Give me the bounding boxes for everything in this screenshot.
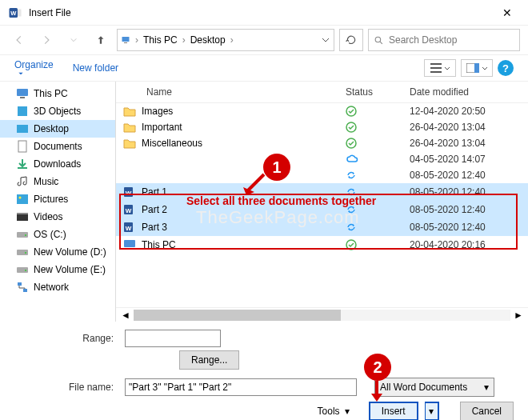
file-date: 04-05-2020 14:07 bbox=[410, 154, 522, 165]
svg-rect-8 bbox=[430, 71, 442, 73]
sidebar-item[interactable]: 3D Objects bbox=[0, 102, 115, 120]
sidebar-item[interactable]: New Volume (D:) bbox=[0, 243, 115, 261]
file-status bbox=[346, 122, 410, 133]
file-date: 26-04-2020 13:04 bbox=[410, 122, 522, 133]
svg-rect-28 bbox=[23, 289, 27, 292]
new-folder-button[interactable]: New folder bbox=[73, 62, 118, 74]
svg-rect-11 bbox=[17, 89, 28, 96]
svg-rect-38 bbox=[124, 240, 135, 247]
col-date[interactable]: Date modified bbox=[410, 86, 522, 98]
filetype-filter[interactable]: All Word Documents ▾ bbox=[374, 378, 494, 397]
col-name[interactable]: Name bbox=[122, 86, 346, 98]
file-status bbox=[346, 222, 410, 233]
file-status bbox=[346, 154, 410, 164]
sidebar-item[interactable]: Pictures bbox=[0, 190, 115, 208]
tools-menu[interactable]: Tools▾ bbox=[318, 406, 350, 417]
word-app-icon: W bbox=[8, 6, 22, 20]
sidebar-item[interactable]: New Volume (E:) bbox=[0, 261, 115, 278]
sidebar-item-label: Music bbox=[34, 176, 58, 187]
sidebar-item[interactable]: This PC bbox=[0, 85, 115, 102]
sidebar-item[interactable]: Documents bbox=[0, 138, 115, 155]
music-icon bbox=[16, 175, 29, 188]
file-row[interactable]: 08-05-2020 12:40 bbox=[116, 167, 528, 183]
net-icon bbox=[16, 281, 29, 294]
svg-rect-14 bbox=[17, 125, 28, 133]
chevron-right-icon: › bbox=[181, 34, 187, 46]
range-input[interactable] bbox=[125, 330, 221, 347]
range-button[interactable]: Range... bbox=[179, 350, 239, 370]
folder-icon bbox=[122, 122, 137, 133]
address-bar[interactable]: › This PC › Desktop › bbox=[117, 29, 334, 51]
file-row[interactable]: This PC20-04-2020 20:16 bbox=[116, 236, 528, 254]
sidebar-item-label: Desktop bbox=[34, 123, 69, 134]
pc-icon bbox=[121, 35, 130, 45]
breadcrumb-thispc[interactable]: This PC bbox=[143, 34, 178, 46]
sidebar-item-label: New Volume (E:) bbox=[34, 264, 106, 275]
nav-up-button[interactable] bbox=[90, 29, 112, 51]
sidebar-item[interactable]: Desktop bbox=[0, 120, 115, 138]
filename-input[interactable] bbox=[125, 378, 357, 396]
file-row[interactable]: Miscellaneous26-04-2020 13:04 bbox=[116, 135, 528, 151]
preview-pane-button[interactable] bbox=[461, 59, 493, 77]
scroll-right-icon[interactable]: ► bbox=[514, 310, 523, 321]
svg-rect-7 bbox=[430, 67, 442, 69]
chevron-down-icon: ▾ bbox=[484, 382, 489, 393]
scroll-thumb[interactable] bbox=[134, 310, 341, 321]
sidebar-item[interactable]: Network bbox=[0, 278, 115, 296]
insert-button[interactable]: Insert bbox=[369, 402, 418, 420]
drive-icon bbox=[16, 263, 29, 276]
cancel-button[interactable]: Cancel bbox=[460, 402, 514, 420]
refresh-button[interactable] bbox=[339, 29, 363, 51]
column-headers[interactable]: Name Status Date modified bbox=[116, 82, 528, 103]
svg-rect-16 bbox=[18, 167, 27, 169]
horizontal-scrollbar[interactable]: ◄ ► bbox=[116, 307, 528, 322]
file-date: 12-04-2020 20:50 bbox=[410, 106, 522, 117]
close-button[interactable]: ✕ bbox=[494, 3, 520, 22]
filetype-filter-text: All Word Documents bbox=[380, 382, 478, 393]
file-row[interactable]: Important26-04-2020 13:04 bbox=[116, 119, 528, 135]
breadcrumb-desktop[interactable]: Desktop bbox=[190, 34, 226, 46]
nav-back-button[interactable] bbox=[8, 29, 30, 51]
sidebar-item[interactable]: Videos bbox=[0, 208, 115, 226]
file-row[interactable]: WPart 208-05-2020 12:40 bbox=[116, 201, 528, 218]
file-row[interactable]: Images12-04-2020 20:50 bbox=[116, 103, 528, 119]
svg-rect-2 bbox=[18, 9, 22, 16]
file-name: Part 3 bbox=[142, 222, 346, 233]
insert-dropdown-button[interactable]: ▾ bbox=[425, 402, 439, 420]
file-date: 08-05-2020 12:40 bbox=[410, 186, 522, 198]
nav-recent-button[interactable] bbox=[62, 29, 85, 51]
help-button[interactable]: ? bbox=[498, 60, 514, 76]
file-date: 26-04-2020 13:04 bbox=[410, 138, 522, 149]
svg-rect-15 bbox=[18, 141, 26, 152]
folder-icon bbox=[122, 138, 137, 149]
nav-forward-button[interactable] bbox=[35, 29, 58, 51]
file-status bbox=[346, 239, 410, 250]
svg-text:W: W bbox=[126, 225, 132, 232]
window-title: Insert File bbox=[29, 7, 494, 18]
file-status bbox=[346, 204, 410, 215]
sidebar-item[interactable]: Downloads bbox=[0, 155, 115, 173]
address-history-button[interactable] bbox=[321, 35, 330, 45]
view-mode-button[interactable] bbox=[424, 59, 456, 77]
scroll-left-icon[interactable]: ◄ bbox=[121, 310, 130, 321]
organize-menu[interactable]: Organize bbox=[14, 59, 54, 77]
col-status[interactable]: Status bbox=[346, 86, 410, 98]
file-row[interactable]: WPart 308-05-2020 12:40 bbox=[116, 218, 528, 236]
svg-point-5 bbox=[375, 37, 381, 42]
search-input[interactable]: Search Desktop bbox=[368, 29, 520, 51]
svg-rect-13 bbox=[18, 106, 27, 116]
file-row[interactable]: 04-05-2020 14:07 bbox=[116, 151, 528, 167]
pc-icon bbox=[16, 87, 29, 100]
sidebar-item[interactable]: OS (C:) bbox=[0, 226, 115, 243]
file-status bbox=[346, 106, 410, 117]
desk-icon bbox=[16, 122, 29, 135]
svg-text:W: W bbox=[10, 10, 17, 17]
svg-rect-39 bbox=[127, 248, 132, 250]
sidebar-item-label: New Volume (D:) bbox=[34, 246, 106, 258]
file-row[interactable]: WPart 108-05-2020 12:40 bbox=[116, 183, 528, 201]
file-date: 20-04-2020 20:16 bbox=[410, 239, 522, 250]
svg-point-26 bbox=[25, 270, 26, 271]
sidebar-item-label: 3D Objects bbox=[34, 106, 81, 117]
3d-icon bbox=[16, 105, 29, 118]
sidebar-item[interactable]: Music bbox=[0, 173, 115, 190]
